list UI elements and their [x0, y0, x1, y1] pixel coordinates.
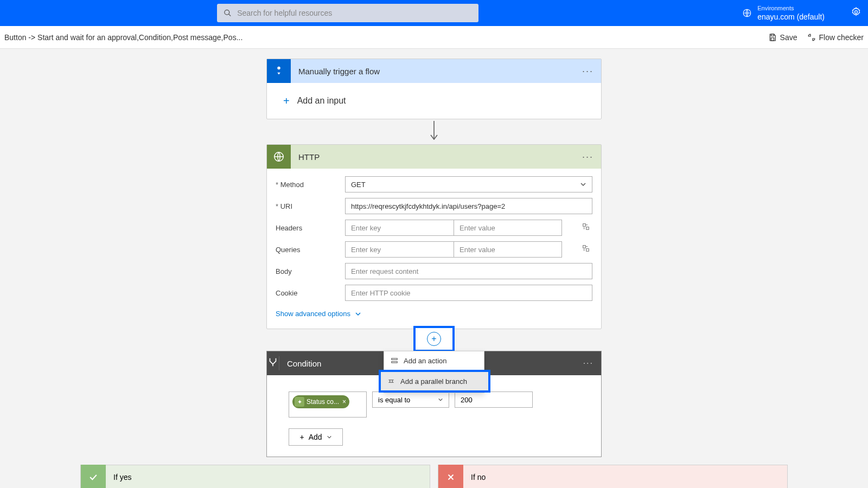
trigger-icon	[267, 59, 291, 83]
close-icon	[438, 465, 463, 488]
http-title: HTTP	[291, 152, 320, 162]
trigger-card-header[interactable]: Manually trigger a flow ···	[267, 59, 601, 83]
svg-point-6	[277, 67, 280, 70]
add-condition-button[interactable]: + Add	[289, 428, 343, 446]
insert-step-button[interactable]: +	[413, 326, 455, 352]
cookie-input[interactable]	[345, 285, 592, 301]
condition-left-operand[interactable]: ✦ Status co... ×	[289, 391, 367, 418]
header-key-input[interactable]	[345, 220, 454, 236]
environment-name: enayu.com (default)	[757, 12, 825, 22]
query-switch-icon[interactable]	[582, 244, 592, 255]
svg-rect-4	[771, 34, 774, 36]
http-icon	[267, 145, 291, 169]
add-action-menu-item[interactable]: Add an action	[384, 351, 484, 370]
add-input-button[interactable]: + Add an input	[267, 83, 601, 119]
chevron-down-icon	[355, 311, 361, 317]
trigger-more-icon[interactable]: ···	[582, 66, 593, 77]
chevron-down-icon	[580, 181, 586, 188]
svg-rect-12	[586, 249, 589, 252]
header-value-input[interactable]	[454, 220, 562, 236]
query-value-input[interactable]	[454, 241, 562, 258]
action-icon	[391, 357, 398, 364]
method-label: * Method	[276, 181, 345, 189]
gear-icon[interactable]	[851, 7, 861, 20]
body-input[interactable]	[345, 263, 592, 279]
dynamic-content-icon: ✦	[295, 397, 304, 407]
save-button[interactable]: Save	[768, 33, 797, 42]
flow-checker-icon	[807, 33, 816, 42]
condition-title: Condition	[279, 359, 321, 368]
header-switch-icon[interactable]	[582, 222, 592, 233]
search-box[interactable]	[217, 4, 478, 22]
http-more-icon[interactable]: ···	[582, 151, 593, 163]
environment-picker[interactable]: Environments enayu.com (default)	[742, 4, 825, 22]
chevron-down-icon	[438, 397, 443, 402]
condition-operator-select[interactable]: is equal to	[372, 391, 449, 408]
save-icon	[768, 33, 777, 42]
http-card-header[interactable]: HTTP ···	[267, 145, 601, 169]
insert-menu: Add an action Add a parallel branch	[384, 351, 484, 393]
environment-icon	[742, 8, 752, 18]
svg-rect-14	[392, 362, 398, 363]
condition-value-input[interactable]	[455, 391, 533, 408]
cookie-label: Cookie	[276, 289, 345, 297]
body-label: Body	[276, 267, 345, 275]
condition-more-icon[interactable]: ···	[583, 358, 593, 368]
add-parallel-branch-menu-item[interactable]: Add a parallel branch	[379, 370, 490, 393]
query-key-input[interactable]	[345, 241, 454, 258]
search-input[interactable]	[237, 9, 472, 17]
svg-point-3	[855, 11, 858, 14]
parallel-branch-icon	[387, 377, 395, 385]
svg-rect-11	[583, 246, 586, 248]
breadcrumb: Button -> Start and wait for an approval…	[4, 33, 242, 42]
condition-icon	[267, 356, 279, 370]
if-no-label: If no	[463, 473, 486, 481]
svg-line-1	[228, 14, 231, 16]
svg-point-0	[225, 10, 229, 15]
method-select[interactable]: GET	[345, 176, 592, 192]
connector-arrow	[266, 119, 602, 144]
uri-input[interactable]	[345, 198, 592, 214]
svg-rect-9	[583, 224, 586, 227]
if-yes-label: If yes	[106, 473, 131, 481]
headers-label: Headers	[276, 224, 345, 232]
svg-rect-5	[771, 37, 774, 40]
plus-circle-icon: +	[427, 332, 441, 346]
svg-rect-10	[586, 227, 589, 230]
queries-label: Queries	[276, 246, 345, 254]
if-no-branch[interactable]: If no	[438, 465, 788, 488]
show-advanced-link[interactable]: Show advanced options	[276, 306, 592, 325]
svg-rect-13	[392, 358, 398, 359]
plus-icon: +	[283, 95, 290, 107]
chevron-down-icon	[327, 434, 332, 440]
flow-checker-button[interactable]: Flow checker	[807, 33, 864, 42]
environment-label: Environments	[757, 4, 825, 12]
check-icon	[81, 465, 106, 488]
search-icon	[224, 9, 232, 17]
remove-pill-icon[interactable]: ×	[342, 398, 346, 406]
plus-icon: +	[299, 433, 304, 441]
status-code-pill[interactable]: ✦ Status co... ×	[292, 395, 349, 408]
uri-label: * URI	[276, 202, 345, 210]
if-yes-branch[interactable]: If yes	[80, 465, 430, 488]
trigger-title: Manually trigger a flow	[291, 67, 380, 76]
